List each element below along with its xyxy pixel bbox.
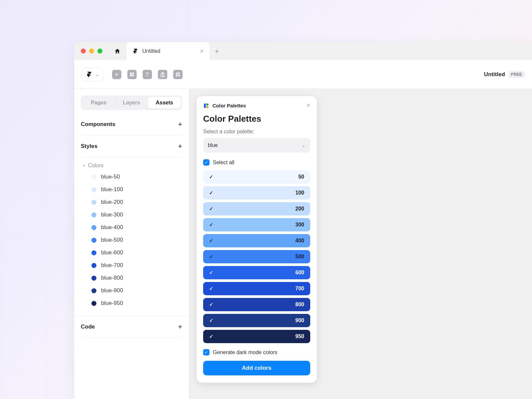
shade-row[interactable]: ✓950 [203, 330, 310, 343]
stack-icon [160, 71, 166, 77]
body: Pages Layers Assets Components + Styles … [74, 89, 532, 399]
close-tab-icon[interactable]: × [200, 48, 203, 54]
window-controls [74, 42, 108, 60]
panel-header: Color Palettes × [203, 102, 310, 109]
check-icon: ✓ [209, 174, 213, 180]
check-icon: ✓ [209, 302, 213, 308]
color-style-item[interactable]: blue-400 [91, 221, 182, 234]
panel-subtitle: Select a color palette: [203, 129, 310, 135]
generate-dark-label: Generate dark mode colors [213, 349, 277, 355]
color-style-label: blue-700 [101, 262, 123, 269]
shade-row[interactable]: ✓600 [203, 266, 310, 279]
color-swatch-icon [91, 288, 96, 293]
shade-row[interactable]: ✓700 [203, 282, 310, 295]
shade-row[interactable]: ✓500 [203, 250, 310, 263]
home-icon [114, 48, 121, 55]
insert-button[interactable] [112, 70, 121, 79]
color-style-item[interactable]: blue-500 [91, 234, 182, 246]
stack-tool-button[interactable] [158, 70, 167, 79]
zoom-window-icon[interactable] [97, 49, 102, 54]
layout-tool-button[interactable] [127, 70, 137, 79]
shade-row[interactable]: ✓800 [203, 298, 310, 311]
color-style-item[interactable]: blue-800 [91, 272, 182, 284]
color-style-item[interactable]: blue-50 [91, 171, 182, 183]
shade-row[interactable]: ✓200 [203, 202, 310, 215]
color-style-label: blue-950 [101, 300, 123, 307]
check-icon: ✓ [209, 238, 213, 244]
svg-rect-1 [206, 103, 208, 105]
chevron-down-icon: ⌄ [302, 143, 306, 148]
plan-badge: FREE [508, 71, 525, 78]
sidebar-tabs: Pages Layers Assets [81, 95, 182, 110]
section-header-styles[interactable]: Styles + [81, 135, 182, 157]
select-all-checkbox[interactable]: ✓ Select all [203, 159, 310, 166]
shade-row[interactable]: ✓400 [203, 234, 310, 247]
document-name[interactable]: Untitled [484, 71, 505, 78]
color-style-item[interactable]: blue-100 [91, 183, 182, 196]
tab-assets[interactable]: Assets [148, 97, 181, 108]
app-menu-button[interactable]: ⌄ [81, 67, 103, 81]
section-title: Styles [81, 143, 97, 150]
color-swatch-icon [91, 250, 96, 255]
color-style-item[interactable]: blue-900 [91, 284, 182, 297]
check-icon: ✓ [209, 333, 213, 339]
chevron-down-icon: ⌄ [95, 72, 99, 77]
tab-title: Untitled [142, 48, 160, 54]
color-style-label: blue-100 [101, 186, 123, 193]
caret-down-icon: ▾ [83, 163, 85, 168]
panel-title: Color Palettes [203, 114, 310, 124]
color-style-label: blue-900 [101, 287, 123, 294]
minimize-window-icon[interactable] [89, 49, 94, 54]
color-style-item[interactable]: blue-200 [91, 196, 182, 208]
document-tab[interactable]: Untitled × [126, 42, 209, 60]
shade-label: 500 [295, 254, 304, 260]
generate-dark-checkbox[interactable]: ✓ Generate dark mode colors [203, 349, 310, 355]
svg-rect-2 [206, 106, 208, 108]
shade-row[interactable]: ✓300 [203, 218, 310, 231]
toolbar: ⌄ Untitled FREE [74, 60, 532, 89]
shade-row[interactable]: ✓50 [203, 170, 310, 184]
section-code: Code + [74, 316, 189, 338]
add-colors-button[interactable]: Add colors [203, 361, 310, 375]
color-style-item[interactable]: blue-700 [91, 259, 182, 272]
check-icon: ✓ [209, 206, 213, 212]
shade-label: 200 [295, 206, 304, 212]
new-tab-button[interactable]: ＋ [209, 42, 224, 60]
check-icon: ✓ [209, 254, 213, 260]
check-icon: ✓ [209, 222, 213, 228]
grid-icon [175, 71, 181, 77]
plus-icon [114, 72, 119, 77]
toolbar-right: Untitled FREE [484, 71, 525, 78]
add-style-button[interactable]: + [178, 142, 182, 151]
close-panel-icon[interactable]: × [307, 102, 310, 109]
shade-label: 700 [295, 286, 304, 292]
palette-select-value: blue [208, 142, 218, 148]
close-window-icon[interactable] [81, 49, 86, 54]
add-code-button[interactable]: + [178, 323, 182, 331]
check-icon: ✓ [209, 270, 213, 276]
section-header-components[interactable]: Components + [81, 113, 182, 135]
home-tab[interactable] [108, 42, 126, 60]
section-header-code[interactable]: Code + [81, 316, 182, 338]
tab-pages[interactable]: Pages [82, 97, 115, 108]
color-style-item[interactable]: blue-950 [91, 297, 182, 310]
cms-tool-button[interactable] [173, 70, 183, 79]
shade-label: 950 [295, 333, 304, 339]
color-style-item[interactable]: blue-600 [91, 246, 182, 259]
svg-rect-0 [204, 103, 206, 108]
palette-select[interactable]: blue ⌄ [203, 138, 310, 153]
shade-row[interactable]: ✓900 [203, 314, 310, 327]
color-style-item[interactable]: blue-300 [91, 208, 182, 221]
shade-list: ✓50✓100✓200✓300✓400✓500✓600✓700✓800✓900✓… [203, 170, 310, 343]
tab-layers[interactable]: Layers [115, 97, 148, 108]
shade-row[interactable]: ✓100 [203, 186, 310, 200]
shade-label: 300 [295, 222, 304, 228]
text-tool-button[interactable] [143, 70, 152, 79]
tree-group-colors[interactable]: ▾ Colors [81, 161, 182, 171]
section-components: Components + [74, 113, 189, 135]
canvas[interactable]: Color Palettes × Color Palettes Select a… [189, 89, 532, 399]
checkbox-checked-icon: ✓ [203, 159, 209, 166]
add-component-button[interactable]: + [178, 120, 182, 129]
color-style-label: blue-300 [101, 211, 123, 218]
color-swatch-icon [91, 225, 96, 230]
